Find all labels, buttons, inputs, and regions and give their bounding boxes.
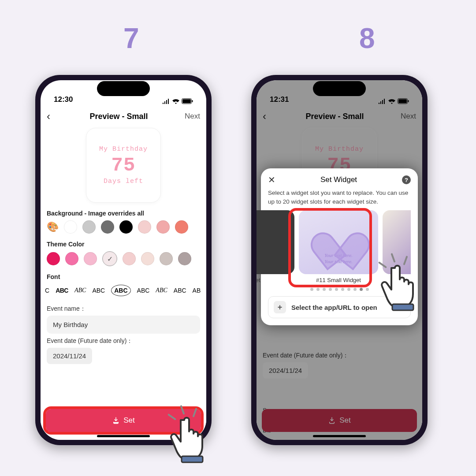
- widget-preview: My Birthday 75 Days left: [86, 128, 161, 203]
- widget-slot-carousel[interactable]: dget Your text here. Your text here. #11…: [257, 210, 411, 283]
- font-opt-7[interactable]: ABC: [174, 287, 186, 294]
- bg-swatch-black[interactable]: [119, 220, 133, 234]
- font-label: Font: [41, 271, 206, 283]
- theme-swatch-0[interactable]: [47, 252, 60, 265]
- status-icons: [378, 98, 409, 104]
- widget-title: My Birthday: [315, 145, 364, 153]
- status-time: 12:31: [270, 95, 289, 104]
- theme-swatch-4[interactable]: [123, 252, 136, 265]
- event-name-label: Event name：: [41, 301, 206, 316]
- svg-rect-3: [182, 456, 203, 462]
- download-icon: [112, 416, 120, 424]
- event-name-input[interactable]: My Birthday: [47, 316, 200, 334]
- font-opt-8[interactable]: AB: [193, 287, 201, 294]
- svg-rect-5: [398, 99, 407, 103]
- app-link-label: Select the app/URL to open: [291, 304, 377, 311]
- theme-swatches: [41, 250, 206, 271]
- font-opt-selected[interactable]: ABC: [111, 285, 130, 296]
- event-date-picker[interactable]: 2024/11/24: [47, 348, 92, 364]
- svg-rect-6: [408, 100, 409, 102]
- next-button[interactable]: Next: [185, 112, 200, 121]
- background-swatches: 🎨: [41, 219, 206, 238]
- home-indicator: [97, 435, 150, 437]
- bg-swatch-grey[interactable]: [82, 220, 96, 234]
- nav-bar: ‹ Preview - Small Next: [41, 107, 206, 126]
- background-label: Background - Image overrides all: [41, 207, 206, 219]
- page-title: Preview - Small: [89, 112, 148, 121]
- widget-slot-10[interactable]: dget: [257, 210, 294, 283]
- dynamic-island: [97, 81, 150, 96]
- bg-swatch-pink1[interactable]: [138, 220, 151, 234]
- step-number-8: 8: [359, 22, 375, 55]
- font-opt-6[interactable]: ABC: [156, 287, 167, 294]
- phone-screen: 12:30 ‹ Preview - Small Next My Birthday…: [41, 80, 206, 440]
- theme-swatch-1[interactable]: [65, 252, 78, 265]
- font-opt-1[interactable]: ABC: [56, 287, 68, 294]
- download-icon: [328, 416, 336, 424]
- select-app-url-button[interactable]: + Select the app/URL to open: [268, 296, 411, 318]
- font-opt-3[interactable]: ABC: [92, 287, 105, 294]
- palette-icon[interactable]: 🎨: [47, 221, 59, 233]
- next-button[interactable]: Next: [401, 112, 416, 121]
- phone-screen: 12:31 ‹ Preview - Small Next My Birthday…: [257, 80, 422, 440]
- theme-swatch-6[interactable]: [160, 252, 173, 265]
- help-icon[interactable]: ?: [402, 175, 411, 184]
- font-options: C ABC ABC ABC ABC ABC ABC ABC AB: [41, 283, 206, 301]
- font-opt-2[interactable]: ABC: [74, 287, 86, 294]
- event-date-label: Event date (Future date only)：: [41, 334, 206, 348]
- bg-swatch-coral[interactable]: [175, 220, 188, 234]
- widget-unit: Days left: [104, 178, 143, 185]
- svg-rect-2: [192, 100, 193, 102]
- home-indicator: [313, 435, 366, 437]
- theme-swatch-7[interactable]: [178, 252, 191, 265]
- cutoff-blur: Blu: [263, 427, 271, 434]
- phone-frame-step-8: 12:31 ‹ Preview - Small Next My Birthday…: [251, 75, 428, 445]
- heart-icon: [319, 220, 358, 255]
- page-title: Preview - Small: [305, 112, 364, 121]
- set-button[interactable]: Set: [46, 409, 201, 432]
- theme-label: Theme Color: [41, 238, 206, 250]
- sheet-title: Set Widget: [320, 175, 357, 184]
- theme-swatch-selected[interactable]: [102, 251, 117, 266]
- event-date-label: Event date (Future date only)：: [257, 348, 422, 362]
- plus-icon: +: [274, 301, 286, 313]
- step-number-7: 7: [123, 22, 139, 55]
- screen-content: ‹ Preview - Small Next My Birthday 75 Da…: [41, 107, 206, 440]
- widget-slot-12[interactable]: #12 S: [383, 210, 411, 283]
- widget-title: My Birthday: [99, 145, 148, 153]
- font-opt-0[interactable]: C: [45, 287, 49, 294]
- nav-bar: ‹ Preview - Small Next: [257, 107, 422, 126]
- dynamic-island: [313, 81, 366, 96]
- cutoff-s: S: [263, 407, 267, 413]
- phone-frame-step-7: 12:30 ‹ Preview - Small Next My Birthday…: [35, 75, 212, 445]
- bg-swatch-white[interactable]: [64, 220, 77, 234]
- set-widget-sheet: ✕ Set Widget ? Select a widget slot you …: [261, 168, 418, 325]
- status-time: 12:30: [54, 95, 73, 104]
- back-button[interactable]: ‹: [260, 110, 269, 123]
- theme-swatch-5[interactable]: [141, 252, 154, 265]
- bg-swatch-dark[interactable]: [101, 220, 114, 234]
- sheet-description: Select a widget slot you want to replace…: [268, 189, 411, 206]
- set-button-label: Set: [123, 416, 135, 425]
- event-date-picker: 2024/11/24: [263, 362, 308, 379]
- slot-label: #11 Small Widget: [316, 277, 361, 283]
- set-button: Set: [262, 409, 417, 432]
- widget-count: 75: [112, 156, 136, 175]
- set-button-label: Set: [339, 416, 351, 425]
- back-button[interactable]: ‹: [44, 110, 53, 123]
- bg-swatch-pink2[interactable]: [156, 220, 170, 234]
- svg-rect-1: [182, 99, 191, 103]
- widget-slot-11[interactable]: Your text here. Your text here. #11 Smal…: [299, 210, 378, 283]
- carousel-dots: [268, 288, 411, 291]
- status-icons: [162, 98, 193, 104]
- slot-label: dget: [257, 277, 260, 283]
- theme-swatch-2[interactable]: [84, 252, 97, 265]
- font-opt-5[interactable]: ABC: [137, 287, 150, 294]
- close-button[interactable]: ✕: [268, 175, 275, 185]
